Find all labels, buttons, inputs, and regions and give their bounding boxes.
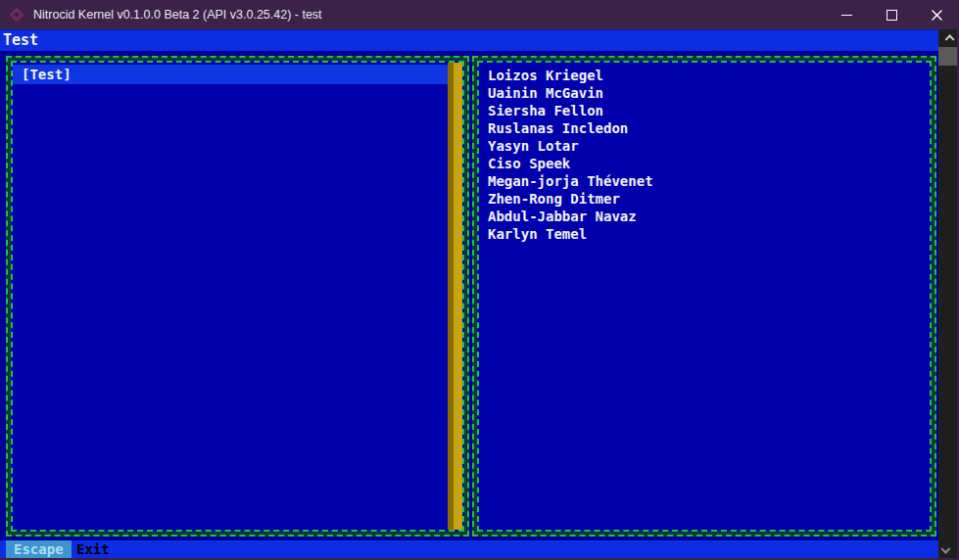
list-item-test-selected[interactable]: [Test] bbox=[13, 65, 448, 84]
scrollbar-thumb[interactable] bbox=[938, 47, 957, 66]
minimize-icon bbox=[841, 15, 852, 16]
list-item: Ciso Speek bbox=[488, 155, 930, 172]
minimize-button[interactable] bbox=[824, 0, 869, 29]
list-item: Ruslanas Incledon bbox=[488, 119, 930, 137]
exit-action-label[interactable]: Exit bbox=[76, 540, 110, 558]
escape-key-hint[interactable]: Escape bbox=[6, 540, 72, 558]
list-item: Abdul-Jabbar Navaz bbox=[488, 208, 930, 225]
list-item: Megan-jorja Thévenet bbox=[488, 172, 930, 190]
test-list-panel-inner: [Test] bbox=[11, 61, 464, 532]
names-list: Loizos Kriegel Uainin McGavin Siersha Fe… bbox=[479, 63, 930, 243]
maximize-icon bbox=[887, 10, 897, 21]
close-button[interactable] bbox=[914, 0, 959, 29]
maximize-button[interactable] bbox=[869, 0, 914, 29]
list-item: Loizos Kriegel bbox=[488, 67, 930, 84]
window-title: Nitrocid Kernel v0.1.0.0 Beta 2 (API v3.… bbox=[33, 8, 322, 22]
names-output-panel-inner: Loizos Kriegel Uainin McGavin Siersha Fe… bbox=[477, 61, 932, 532]
title-bar: Nitrocid Kernel v0.1.0.0 Beta 2 (API v3.… bbox=[0, 0, 959, 29]
list-item: Yasyn Lotar bbox=[488, 137, 930, 155]
window-scrollbar[interactable] bbox=[938, 29, 957, 558]
close-icon bbox=[931, 9, 943, 22]
menu-item-test[interactable]: Test bbox=[0, 30, 38, 51]
chevron-down-icon bbox=[940, 543, 950, 553]
chevron-up-icon bbox=[945, 34, 955, 44]
menu-bar: Test bbox=[0, 29, 938, 51]
list-item: Zhen-Rong Ditmer bbox=[488, 190, 930, 208]
window-controls bbox=[824, 0, 959, 29]
scroll-up-button[interactable] bbox=[938, 29, 957, 47]
test-list-panel: [Test] bbox=[6, 56, 469, 537]
nitrocid-flower-icon bbox=[9, 7, 24, 23]
names-output-panel: Loizos Kriegel Uainin McGavin Siersha Fe… bbox=[472, 56, 936, 537]
list-item: Karlyn Temel bbox=[488, 225, 930, 243]
list-item: Uainin McGavin bbox=[488, 84, 930, 102]
scroll-down-button[interactable] bbox=[938, 540, 957, 558]
list-item: Siersha Fellon bbox=[488, 102, 930, 119]
status-bar: Escape Exit bbox=[0, 540, 938, 558]
panel-scrollbar[interactable] bbox=[448, 63, 462, 530]
